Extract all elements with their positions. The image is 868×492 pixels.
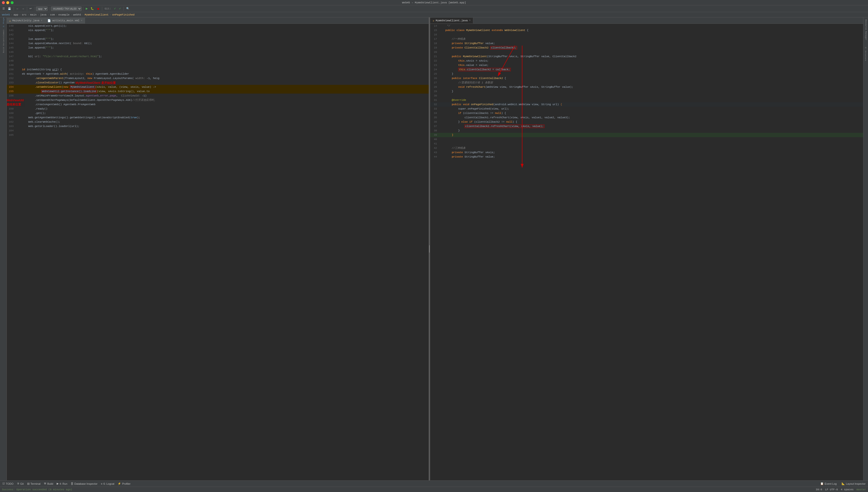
tab-mywebviewclient[interactable]: ☕ MyWebViewClient.java × <box>430 18 473 24</box>
device-dropdown[interactable]: HUAWEI TNY-AL00 <box>51 6 82 11</box>
breadcrumb-src[interactable]: src <box>22 13 27 16</box>
run-bottom-button[interactable]: ▶ 4: Run <box>55 482 69 486</box>
right-line-14: 14 */ <box>430 24 863 28</box>
code-line-157: 157 .setOpenOtherPageWays(DefaultWebClie… <box>7 98 429 102</box>
title-bar: WebH5 – MyWebViewClient.java [WebH5.app] <box>0 0 868 5</box>
right-line-17: 17 //一种线条 <box>430 37 863 41</box>
sidebar-project[interactable]: 1: Project <box>0 19 6 24</box>
right-line-32: 32 public void onPageFinished(android.we… <box>430 102 863 107</box>
tab-right-close[interactable]: × <box>469 19 471 22</box>
indent: 4 spaces <box>841 488 854 491</box>
breadcrumb-webh5[interactable]: WebH5 <box>2 13 10 16</box>
breadcrumb-class[interactable]: MyWebViewClient <box>84 13 108 16</box>
right-line-20: 20 <box>430 50 863 54</box>
git-label: Git: <box>104 7 112 11</box>
close-button[interactable] <box>2 1 5 4</box>
menu-button[interactable]: ☰ <box>1 6 6 11</box>
right-line-34: 34 if (clientCallback1 != null) { <box>430 111 863 115</box>
tab-right-icon: ☕ <box>432 19 434 22</box>
save-button[interactable]: 💾 <box>7 6 12 11</box>
maximize-button[interactable] <box>11 1 14 4</box>
sidebar-build-variants[interactable]: Build Variants <box>0 42 6 48</box>
sidebar-commit[interactable]: Commit <box>0 30 6 36</box>
breadcrumb-method[interactable]: onPageFinished <box>112 13 134 16</box>
right-line-27: 27 //普通线性统计表 1 条数据 <box>430 80 863 85</box>
right-line-23: 23 this.value = value; <box>430 63 863 67</box>
code-line-164: 164 <box>7 128 429 133</box>
tab-xml-close[interactable]: × <box>81 19 82 22</box>
status-bar: Success: Operation succeeded (8 minutes … <box>0 487 868 492</box>
code-line-140: 140 xis.append(strs.get(i)); <box>7 24 429 28</box>
git-check2[interactable]: ✓ <box>118 6 122 11</box>
tab-activity-main-xml[interactable]: 📄 activity_main.xml × <box>45 18 85 24</box>
right-line-42: 42 //三种线条 <box>430 146 863 150</box>
build-button[interactable]: ⚒ Build <box>43 482 54 486</box>
git-check1[interactable]: ✓ <box>113 6 117 11</box>
right-line-31: 31 @Override <box>430 98 863 102</box>
database-inspector-button[interactable]: 🗄 Database Inspector <box>69 482 99 486</box>
code-line-141: 141 xis.append("'"); <box>7 28 429 32</box>
right-line-15: 15 public class MyWebViewClient extends … <box>430 28 863 32</box>
left-code-editor[interactable]: 140 xis.append(strs.get(i)); 141 xis.app… <box>7 24 429 481</box>
tab-mainactivity[interactable]: ☕ MainActivity.java × <box>7 18 45 24</box>
forward-button[interactable]: → <box>21 7 25 11</box>
run-icon: ▶ <box>57 482 59 485</box>
search-everywhere[interactable]: 🔍 <box>125 6 131 11</box>
tab-mainactivity-text: MainActivity.java <box>12 19 40 22</box>
code-line-156: 156 .setMainFrameErrorView(R.layout.agen… <box>7 94 429 98</box>
breadcrumb-app[interactable]: app <box>14 13 19 16</box>
terminal-button[interactable]: ▤ Terminal <box>26 482 42 486</box>
event-log-button[interactable]: 📋 Event Log <box>819 482 838 486</box>
todo-button[interactable]: ☑ TODO <box>1 482 15 486</box>
run-config-dropdown[interactable]: app <box>36 6 48 11</box>
breadcrumb: WebH5 › app › src › main › java › com › … <box>0 12 868 18</box>
right-line-38: 38 } <box>430 128 863 133</box>
minimize-button[interactable] <box>6 1 9 4</box>
logcat-button[interactable]: ≡ 6: Logcat <box>100 482 116 486</box>
undo-button[interactable]: ↩ <box>29 6 33 11</box>
git-button[interactable]: ⑨ Git <box>16 482 25 486</box>
code-line-163: 163 Web.getUrlLoader().loadUrl(url); <box>7 124 429 128</box>
traffic-lights[interactable] <box>2 1 14 4</box>
run-button[interactable]: ▶ <box>85 6 89 11</box>
left-code-panel: ☕ MainActivity.java × 📄 activity_main.xm… <box>7 18 429 481</box>
right-line-24: 24 this.clientCallback2 = callback; <box>430 67 863 72</box>
window-title: WebH5 – MyWebViewClient.java [WebH5.app] <box>402 1 466 4</box>
terminal-label: Terminal <box>30 482 41 485</box>
right-sidebar: Resource Manager Z: Structure <box>863 18 868 481</box>
right-line-22: 22 this.xAxis = xAxis; <box>430 59 863 63</box>
status-message: Success: Operation succeeded (8 minutes … <box>2 488 72 491</box>
stop-button[interactable]: ⏹ <box>96 7 101 11</box>
layout-inspector-button[interactable]: 📐 Layout Inspector <box>840 482 867 486</box>
breadcrumb-webh5b[interactable]: webh5 <box>73 13 81 16</box>
back-button[interactable]: ← <box>15 7 20 11</box>
code-line-143: 143 lue.append("'"); <box>7 37 429 41</box>
code-container: ☕ MainActivity.java × 📄 activity_main.xm… <box>7 18 868 481</box>
right-line-19: 19 private ClientCallback2 clientCallbac… <box>430 46 863 50</box>
sidebar-structure[interactable]: Z: Structure <box>865 46 867 62</box>
code-line-155: 155 WebViewUtil.getInstance().loadLine(v… <box>7 89 429 94</box>
right-line-29: 29 } <box>430 89 863 94</box>
code-line-159: 159 .ready() <box>7 107 429 111</box>
branch: master <box>857 488 866 491</box>
profiler-label: Profiler <box>122 482 131 485</box>
code-line-154: 154 .setWebViewClient(new MyWebViewClien… <box>7 85 429 89</box>
breadcrumb-com[interactable]: com <box>50 13 55 16</box>
breadcrumb-example[interactable]: example <box>58 13 70 16</box>
layout-inspector-label: Layout Inspector <box>846 482 866 485</box>
debug-button[interactable]: 🐛 <box>89 6 95 11</box>
tab-mainactivity-close[interactable]: × <box>41 19 43 22</box>
right-tab-bar: ☕ MyWebViewClient.java × <box>430 18 863 24</box>
main-content: 1: Project Commit Build Variants ☕ MainA… <box>0 18 868 481</box>
breadcrumb-main[interactable]: main <box>30 13 36 16</box>
left-code-lines: 140 xis.append(strs.get(i)); 141 xis.app… <box>7 24 429 137</box>
right-code-editor[interactable]: 14 */ 15 public class MyWebViewClient ex… <box>430 24 863 481</box>
build-icon: ⚒ <box>44 482 46 485</box>
breadcrumb-java[interactable]: java <box>40 13 46 16</box>
code-line-151: 151 eb mAgentWeb = AgentWeb.with( activi… <box>7 72 429 76</box>
profiler-button[interactable]: ⚡ Profiler <box>116 482 132 486</box>
right-line-37: 37 clientCallback2.refreshChart(view, xA… <box>430 124 863 128</box>
layout-inspector-icon: 📐 <box>842 482 845 485</box>
sidebar-resource-manager[interactable]: Resource Manager <box>865 19 867 41</box>
todo-label: TODO <box>6 482 14 485</box>
